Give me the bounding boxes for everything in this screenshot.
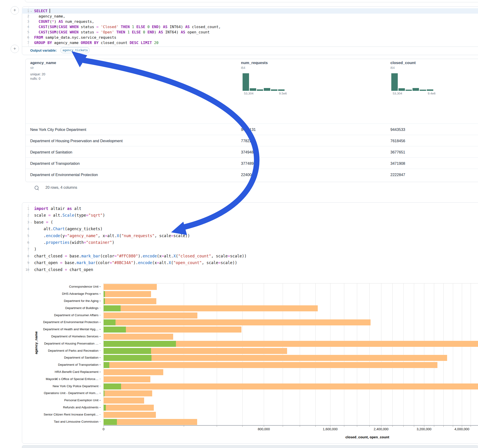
x-axis-tick — [283, 426, 283, 427]
x-axis-tick — [424, 426, 424, 427]
chart-plot-area — [104, 283, 478, 425]
x-axis-tick — [434, 426, 434, 427]
x-axis-tick — [217, 426, 217, 427]
table-row-count: 20 rows, 4 columns — [45, 186, 77, 190]
code-line[interactable]: 7) — [22, 246, 478, 253]
fold-chevron-icon[interactable]: ⌄ — [30, 8, 32, 14]
add-cell-button-middle[interactable]: + — [11, 45, 19, 53]
histogram-bar — [278, 89, 284, 91]
code-line[interactable]: 3⌄base = ( — [22, 219, 478, 226]
code-text: chart_closed = base.mark_bar(color="#FFC… — [34, 253, 246, 260]
cell-agency-name: Department of Environmental Protection — [30, 172, 98, 177]
column-header[interactable]: agency_name — [30, 61, 56, 65]
code-line[interactable]: 5 .encode(y="agency_name", x=alt.X("num_… — [22, 232, 478, 239]
y-axis-label: Department of Buildings — [65, 306, 98, 310]
histogram-bar — [398, 88, 405, 91]
code-line[interactable]: 3 COUNT(*) AS num_requests, — [22, 19, 478, 24]
y-axis-label: Senior Citizen Rent Increase Exempti… — [44, 413, 98, 416]
bar-open_count — [104, 419, 117, 425]
column-header[interactable]: num_requests — [241, 61, 268, 65]
add-cell-button-top[interactable]: + — [11, 6, 19, 14]
gridline — [315, 283, 316, 425]
python-code-editor[interactable]: 1import altair as alt2scale = alt.Scale(… — [22, 205, 478, 273]
cell-value: 3774892 — [241, 161, 256, 165]
bar-open_count — [104, 298, 105, 304]
cell-value: 3677651 — [390, 150, 405, 154]
bar-closed_count — [104, 291, 151, 297]
column-type: i64 — [241, 66, 245, 70]
y-axis-label: Personal Exemption Unit — [64, 398, 98, 402]
bar-closed_count — [104, 305, 318, 311]
gridline — [184, 283, 184, 425]
output-variable-pill[interactable]: agency_tickets — [60, 47, 89, 53]
code-line[interactable]: 2scale = alt.Scale(type="sqrt") — [22, 212, 478, 219]
code-line[interactable]: 6FROM sample_data.nyc.service_requests — [22, 35, 478, 40]
x-axis-tick — [392, 426, 393, 427]
y-axis-tick — [99, 350, 101, 351]
x-axis-tick — [104, 426, 104, 427]
python-gutter-divider — [28, 205, 29, 273]
code-text: chart_closed + chart_open — [34, 266, 93, 273]
cell-agency-name: Department of Housing Preservation and D… — [30, 138, 123, 143]
x-axis-tick — [462, 426, 462, 427]
y-axis-label: Mayorâ€ s Office of Special Enforce… — [46, 377, 98, 381]
gridline — [381, 283, 381, 425]
x-axis-tick-label: 0 — [103, 427, 104, 431]
code-line[interactable]: 8chart_closed = base.mark_bar(color="#FF… — [22, 253, 478, 260]
code-line[interactable]: 7GROUP BY agency_name ORDER BY closed_co… — [22, 40, 478, 45]
gridline — [403, 283, 403, 425]
table-row: Department of Transportation377489234719… — [25, 157, 478, 169]
code-line[interactable]: 6 .properties(width="container") — [22, 239, 478, 246]
x-axis-tick — [403, 426, 403, 427]
code-text: CAST(SUM(CASE WHEN status = 'Closed' THE… — [34, 24, 221, 30]
x-axis-tick — [471, 426, 471, 427]
code-text: .properties(width="container") — [34, 239, 114, 246]
chart-y-axis-title: agency_name — [34, 331, 38, 354]
fold-chevron-icon[interactable]: ⌄ — [30, 219, 32, 226]
cell-agency-name: Department of Transportation — [30, 161, 80, 165]
code-line[interactable]: 9chart_open = base.mark_bar(color="#8BC3… — [22, 260, 478, 266]
cell-value: 9453131 — [241, 127, 256, 132]
code-line[interactable]: 1import altair as alt — [22, 205, 478, 212]
histogram-min-label: 53,304 — [244, 92, 253, 95]
gridline — [242, 283, 243, 425]
column-histogram — [391, 73, 433, 91]
y-axis-label: Department of Transportation — [58, 363, 98, 367]
active-line-highlight — [22, 8, 478, 14]
code-line[interactable]: 5 CAST(SUM(CASE WHEN status = 'Open' THE… — [22, 30, 478, 35]
code-text: scale = alt.Scale(type="sqrt") — [34, 212, 105, 219]
code-text: COUNT(*) AS num_requests, — [34, 19, 94, 24]
code-line[interactable]: 1⌄SELECT — [22, 8, 478, 14]
search-icon[interactable] — [35, 186, 38, 190]
y-axis-tick — [99, 301, 101, 301]
y-axis-tick — [99, 336, 101, 337]
bar-open_count — [104, 362, 109, 368]
code-text: FROM sample_data.nyc.service_requests — [34, 35, 116, 40]
x-axis-tick-label: 3,200,000 — [417, 427, 432, 431]
y-axis-tick — [99, 379, 101, 379]
output-variable-label: Output variable: — [30, 48, 57, 52]
bar-closed_count — [104, 419, 197, 425]
column-header[interactable]: closed_count — [390, 61, 416, 65]
cell-value: 3749485 — [241, 150, 256, 154]
y-axis-tick — [99, 414, 101, 415]
x-axis-tick — [381, 426, 381, 427]
code-line[interactable]: 10chart_closed + chart_open — [22, 266, 478, 273]
bar-open_count — [104, 305, 121, 311]
gridline — [462, 283, 462, 425]
histogram-bar — [406, 90, 412, 91]
code-line[interactable]: 4 alt.Chart(agency_tickets) — [22, 226, 478, 232]
chart-x-axis-line — [104, 425, 478, 426]
bar-open_count — [104, 319, 115, 325]
sql-code-editor[interactable]: 1⌄SELECT 2 agency_name,3 COUNT(*) AS num… — [22, 8, 478, 45]
column-type: str — [30, 66, 34, 70]
y-axis-label: Department for the Aging — [64, 299, 98, 303]
code-line[interactable]: 2 agency_name, — [22, 14, 478, 19]
gridline — [283, 283, 283, 425]
column-stat: nulls: 0 — [30, 77, 40, 81]
y-axis-label: New York City Police Department — [53, 384, 98, 388]
code-line[interactable]: 4 CAST(SUM(CASE WHEN status = 'Closed' T… — [22, 24, 478, 30]
histogram-min-label: 53,304 — [393, 92, 402, 95]
gridline — [471, 283, 471, 425]
x-axis-tick — [315, 426, 316, 427]
